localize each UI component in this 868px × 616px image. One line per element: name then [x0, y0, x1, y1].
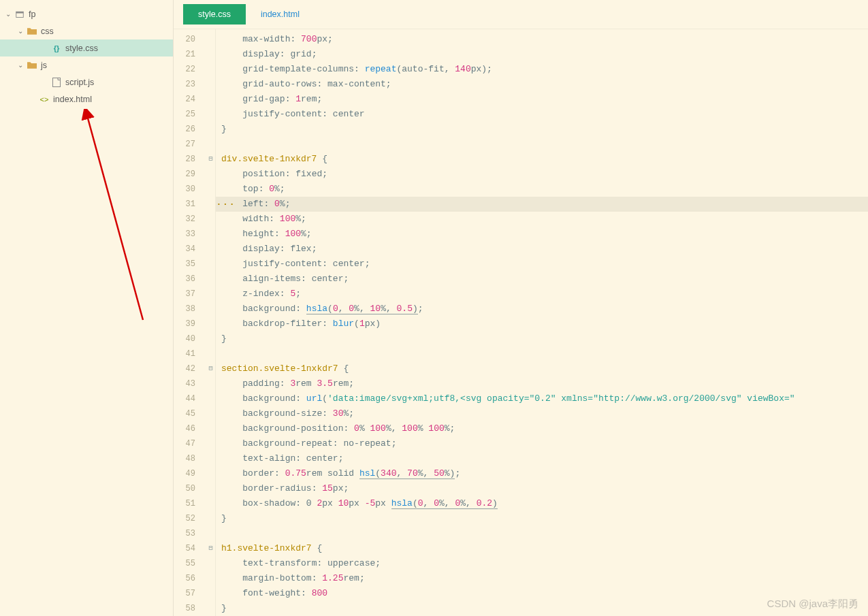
- code-line[interactable]: box-shadow: 0 2px 10px -5px hsla(0, 0%, …: [221, 496, 868, 511]
- tree-item-label: fp: [29, 10, 35, 19]
- line-number: 58: [174, 601, 195, 616]
- fold-spacer: [206, 47, 215, 62]
- code-line[interactable]: div.svelte-1nxkdr7 {: [221, 152, 868, 167]
- line-number: 43: [174, 376, 195, 391]
- fold-spacer: [206, 376, 215, 391]
- code-content[interactable]: max-width: 700px; display: grid; grid-te…: [216, 29, 868, 616]
- code-line[interactable]: h1.svelte-1nxkdr7 {: [221, 541, 868, 556]
- fold-spacer: [206, 77, 215, 92]
- line-number: 49: [174, 466, 195, 481]
- code-line[interactable]: left: 0%;: [216, 197, 868, 212]
- code-line[interactable]: background-size: 30%;: [221, 406, 868, 421]
- svg-rect-1: [16, 12, 24, 13]
- line-number: 48: [174, 451, 195, 466]
- line-number: 26: [174, 122, 195, 137]
- fold-spacer: [206, 331, 215, 346]
- tab-index-html[interactable]: index.html: [246, 4, 315, 25]
- css-file-icon: {}: [50, 44, 63, 52]
- tree-item-script-js[interactable]: script.js: [0, 74, 173, 91]
- code-line[interactable]: border-radius: 15px;: [221, 481, 868, 496]
- line-number: 50: [174, 481, 195, 496]
- line-number: 22: [174, 62, 195, 77]
- line-number: 24: [174, 92, 195, 107]
- line-number: 32: [174, 212, 195, 227]
- fold-spacer: [206, 137, 215, 152]
- code-line[interactable]: margin-bottom: 1.25rem;: [221, 571, 868, 586]
- code-line[interactable]: backdrop-filter: blur(1px): [221, 317, 868, 331]
- tree-item-style-css[interactable]: {}style.css: [0, 39, 173, 56]
- chevron-down-icon: ⌄: [16, 27, 25, 35]
- code-line[interactable]: z-index: 5;: [221, 287, 868, 302]
- code-line[interactable]: [221, 346, 868, 361]
- code-line[interactable]: padding: 3rem 3.5rem;: [221, 376, 868, 391]
- editor-main: style.cssindex.html 20212223242526272829…: [174, 0, 868, 616]
- fold-spacer: [206, 406, 215, 421]
- code-editor[interactable]: 2021222324252627282930313233343536373839…: [174, 29, 868, 616]
- tree-item-index-html[interactable]: <>index.html: [0, 91, 173, 108]
- fold-spacer: [206, 421, 215, 436]
- fold-spacer: [206, 451, 215, 466]
- code-line[interactable]: height: 100%;: [221, 227, 868, 242]
- code-line[interactable]: top: 0%;: [221, 182, 868, 197]
- fold-toggle-icon[interactable]: ⊟: [206, 541, 215, 556]
- line-number: 30: [174, 182, 195, 197]
- tree-item-js[interactable]: ⌄js: [0, 56, 173, 74]
- code-line[interactable]: }: [221, 511, 868, 526]
- tree-item-label: js: [41, 61, 47, 70]
- code-line[interactable]: max-width: 700px;: [221, 32, 868, 47]
- tree-item-label: index.html: [53, 95, 92, 104]
- code-line[interactable]: text-transform: uppercase;: [221, 556, 868, 571]
- code-line[interactable]: [221, 137, 868, 152]
- tree-item-css[interactable]: ⌄css: [0, 22, 173, 39]
- watermark-text: CSDN @java李阳勇: [767, 598, 858, 611]
- line-number: 44: [174, 391, 195, 406]
- tree-item-fp[interactable]: ⌄fp: [0, 5, 173, 22]
- tab-style-css[interactable]: style.css: [183, 4, 246, 25]
- fold-spacer: [206, 182, 215, 197]
- code-line[interactable]: display: flex;: [221, 242, 868, 257]
- line-number: 54: [174, 541, 195, 556]
- fold-toggle-icon[interactable]: ⊟: [206, 152, 215, 167]
- code-line[interactable]: position: fixed;: [221, 167, 868, 182]
- code-line[interactable]: text-align: center;: [221, 451, 868, 466]
- line-number: 52: [174, 511, 195, 526]
- js-file-icon: [50, 78, 63, 87]
- line-number: 41: [174, 346, 195, 361]
- code-line[interactable]: grid-template-columns: repeat(auto-fit, …: [221, 62, 868, 77]
- line-number: 55: [174, 556, 195, 571]
- fold-spacer: [206, 526, 215, 541]
- fold-spacer: [206, 466, 215, 481]
- fold-spacer: [206, 346, 215, 361]
- code-line[interactable]: background: url('data:image/svg+xml;utf8…: [221, 391, 868, 406]
- fold-spacer: [206, 436, 215, 451]
- fold-toggle-icon[interactable]: ⊟: [206, 361, 215, 376]
- fold-spacer: [206, 242, 215, 257]
- code-line[interactable]: justify-content: center;: [221, 257, 868, 272]
- file-tree-sidebar: ⌄fp⌄css{}style.css⌄jsscript.js<>index.ht…: [0, 0, 174, 616]
- code-line[interactable]: }: [221, 122, 868, 137]
- line-number: 23: [174, 77, 195, 92]
- code-line[interactable]: }: [221, 331, 868, 346]
- code-line[interactable]: width: 100%;: [221, 212, 868, 227]
- code-line[interactable]: display: grid;: [221, 47, 868, 62]
- code-line[interactable]: grid-auto-rows: max-content;: [221, 77, 868, 92]
- code-line[interactable]: section.svelte-1nxkdr7 {: [221, 361, 868, 376]
- code-line[interactable]: [221, 526, 868, 541]
- fold-spacer: [206, 257, 215, 272]
- line-number: 47: [174, 436, 195, 451]
- code-line[interactable]: border: 0.75rem solid hsl(340, 70%, 50%)…: [221, 466, 868, 481]
- code-line[interactable]: background-position: 0% 100%, 100% 100%;: [221, 421, 868, 436]
- html-file-icon: <>: [38, 95, 50, 103]
- code-line[interactable]: background: hsla(0, 0%, 10%, 0.5);: [221, 302, 868, 317]
- code-line[interactable]: grid-gap: 1rem;: [221, 92, 868, 107]
- line-number: 35: [174, 257, 195, 272]
- code-line[interactable]: align-items: center;: [221, 272, 868, 287]
- line-number: 46: [174, 421, 195, 436]
- fold-spacer: [206, 586, 215, 601]
- fold-spacer: [206, 601, 215, 616]
- line-number: 39: [174, 317, 195, 331]
- code-line[interactable]: justify-content: center: [221, 107, 868, 122]
- code-line[interactable]: background-repeat: no-repeat;: [221, 436, 868, 451]
- fold-spacer: [206, 556, 215, 571]
- chevron-down-icon: ⌄: [4, 10, 12, 18]
